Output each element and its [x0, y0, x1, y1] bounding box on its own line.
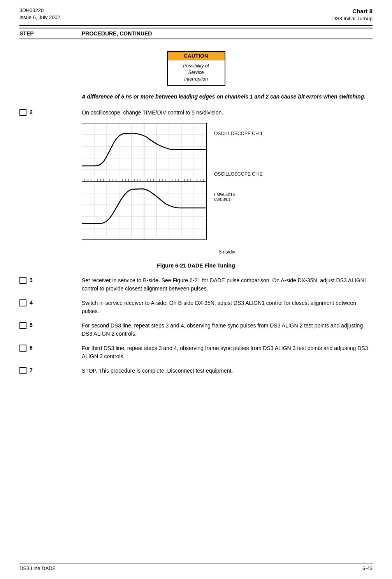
- top-divider: [19, 25, 373, 26]
- step-row-6: 6 For third DS3 line, repeat steps 3 and…: [19, 344, 373, 361]
- step-7-number: 7: [30, 367, 33, 373]
- step-row-7: 7 STOP. This procedure is complete. Disc…: [19, 367, 373, 375]
- step-row-4: 4 Switch in-service receiver to A-side. …: [19, 299, 373, 315]
- page-header: 3DH03220 Issue 6, July 2002 Chart 8 DS3 …: [19, 7, 373, 22]
- step-2-number: 2: [30, 109, 33, 115]
- caution-text: Possibility of Service Interruption: [168, 60, 225, 84]
- page-container: 3DH03220 Issue 6, July 2002 Chart 8 DS3 …: [0, 0, 392, 579]
- step-4-checkbox[interactable]: [19, 299, 26, 306]
- step-6-number: 6: [30, 345, 33, 351]
- header-left: 3DH03220 Issue 6, July 2002: [19, 7, 60, 21]
- step-4-number-col: 4: [19, 299, 82, 306]
- step-header-row: STEP PROCEDURE, CONTINUED: [19, 28, 373, 39]
- step-4-number: 4: [30, 299, 33, 306]
- step-4-content: Switch in-service receiver to A-side. On…: [82, 299, 373, 315]
- x-axis-label: 5 ns/div: [82, 249, 373, 255]
- step-6-checkbox[interactable]: [19, 345, 26, 352]
- diagram-container: OSCILLOSCOPE CH 1 OSCILLOSCOPE CH 2 LMW-…: [82, 123, 373, 248]
- step-column-header: STEP: [19, 30, 82, 37]
- osc-ch1-label: OSCILLOSCOPE CH 1: [214, 131, 263, 136]
- step-5-number: 5: [30, 322, 33, 328]
- footer-left: DS3 Line DADE: [19, 565, 56, 571]
- step-3-number: 3: [30, 277, 33, 283]
- osc-ch2-label: OSCILLOSCOPE CH 2: [214, 171, 263, 177]
- step-row-3: 3 Set receiver in service to B-side. See…: [19, 276, 373, 293]
- chart-subtitle: DS3 Initial Turnup: [332, 15, 373, 22]
- header-right: Chart 8 DS3 Initial Turnup: [332, 7, 373, 22]
- osc-labels: OSCILLOSCOPE CH 1 OSCILLOSCOPE CH 2 LMW-…: [214, 123, 263, 202]
- step-6-content: For third DS3 line, repeat steps 3 and 4…: [82, 344, 373, 361]
- step-7-checkbox[interactable]: [19, 367, 26, 374]
- caution-wrapper: CAUTION Possibility of Service Interrupt…: [19, 51, 373, 85]
- step-3-checkbox[interactable]: [19, 277, 26, 284]
- chart-title: Chart 8: [332, 7, 373, 15]
- issue-date: Issue 6, July 2002: [19, 14, 60, 21]
- step-row-2: 2 On oscilloscope, change TIME/DIV contr…: [19, 109, 373, 117]
- diagram-wrapper: OSCILLOSCOPE CH 1 OSCILLOSCOPE CH 2 LMW-…: [19, 123, 373, 255]
- step-7-number-col: 7: [19, 367, 82, 374]
- caution-header: CAUTION: [168, 52, 225, 60]
- doc-number: 3DH03220: [19, 7, 60, 14]
- oscilloscope-diagram: [82, 123, 210, 248]
- procedure-column-header: PROCEDURE, CONTINUED: [82, 30, 152, 37]
- step-3-number-col: 3: [19, 276, 82, 284]
- step-7-content: STOP. This procedure is complete. Discon…: [82, 367, 373, 375]
- lmw-label: LMW-4014 03/08/01: [214, 192, 263, 202]
- step-2-number-col: 2: [19, 109, 82, 116]
- step-5-number-col: 5: [19, 322, 82, 329]
- step-3-content: Set receiver in service to B-side. See F…: [82, 276, 373, 293]
- step-2-checkbox[interactable]: [19, 109, 26, 116]
- step-6-number-col: 6: [19, 344, 82, 352]
- step-row-5: 5 For second DS3 line, repeat steps 3 an…: [19, 322, 373, 338]
- figure-caption: Figure 6-21 DADE Fine Tuning: [19, 262, 373, 269]
- step-5-checkbox[interactable]: [19, 322, 26, 329]
- warning-paragraph: A difference of 5 ns or more between lea…: [19, 93, 373, 101]
- step-2-content: On oscilloscope, change TIME/DIV control…: [82, 109, 373, 117]
- caution-box: CAUTION Possibility of Service Interrupt…: [167, 51, 225, 85]
- page-footer: DS3 Line DADE 6-43: [19, 563, 373, 571]
- step-5-content: For second DS3 line, repeat steps 3 and …: [82, 322, 373, 338]
- footer-right: 6-43: [362, 565, 373, 571]
- content-area: CAUTION Possibility of Service Interrupt…: [19, 51, 373, 375]
